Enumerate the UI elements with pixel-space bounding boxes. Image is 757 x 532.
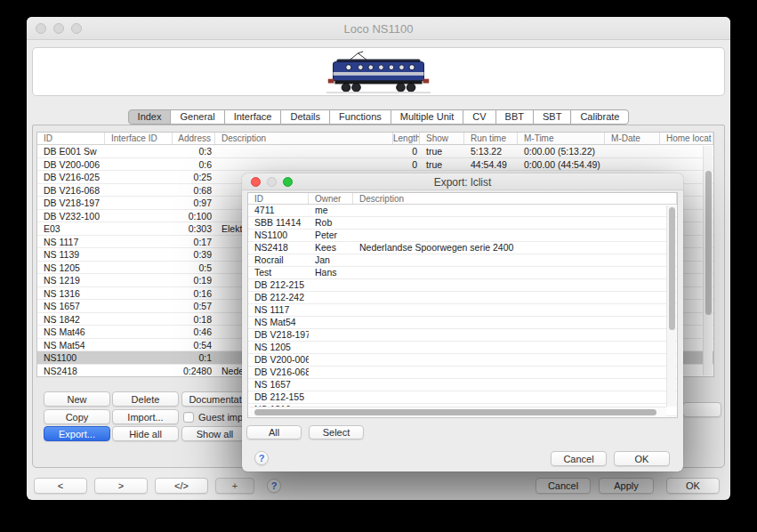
column-header[interactable]: Run time [464,133,518,144]
column-header[interactable]: Description [215,133,393,144]
show-all-button[interactable]: Show all [181,426,248,441]
table-row[interactable]: NS2418KeesNederlandse Spoorwegen serie 2… [248,242,677,254]
help-button[interactable]: ? [267,479,281,493]
table-cell [353,354,677,366]
table-cell: DB V216-025 [37,171,105,183]
table-row[interactable]: TestHans [248,267,677,279]
xml-view-button[interactable]: </> [155,478,208,494]
table-cell [309,279,353,291]
column-header[interactable]: Description [353,193,677,204]
select-all-button[interactable]: All [246,425,302,439]
tab-cv[interactable]: CV [463,109,495,125]
select-button[interactable]: Select [309,425,364,439]
dialog-hscrollbar[interactable] [249,407,666,416]
table-cell [105,248,173,261]
vscroll-thumb[interactable] [705,171,712,315]
column-header[interactable]: M-Time [518,133,605,144]
table-cell [105,287,173,300]
table-cell: NS Mat46 [37,326,105,338]
tab-sbt[interactable]: SBT [533,109,571,125]
table-row[interactable]: NS 1205 [248,342,677,354]
table-row[interactable]: DB V218-197 [248,329,677,342]
dialog-titlebar[interactable]: Export: lclist [242,173,683,190]
table-cell: 0:100 [173,210,215,222]
column-header[interactable]: M-Date [605,133,660,144]
table-cell [215,145,393,157]
column-header[interactable]: Show [420,133,464,144]
next-loco-button[interactable]: > [94,478,148,494]
table-cell: Peter [309,230,353,241]
main-titlebar[interactable]: Loco NS1100 [27,17,730,40]
tab-index[interactable]: Index [128,109,172,125]
table-row[interactable]: DB 212-215 [248,279,677,292]
table-cell: NS 1657 [248,379,309,391]
tab-interface[interactable]: Interface [224,109,282,125]
main-cancel-button[interactable]: Cancel [536,478,591,494]
import-button[interactable]: Import... [112,409,179,424]
table-cell [309,292,353,303]
table-cell [105,351,173,364]
table-cell [105,274,173,286]
table-row[interactable]: DB V200-0060:60true44:54.490:00.00 (44:5… [37,158,713,172]
dialog-vscroll-thumb[interactable] [669,207,675,330]
table-cell: 0:3 [173,145,215,157]
column-header[interactable]: Home locat [660,133,713,144]
column-header[interactable]: ID [248,193,309,204]
table-cell: NS 1205 [248,342,309,353]
table-row[interactable]: DB 212-155 [248,391,677,404]
column-header[interactable]: ID [37,133,105,144]
table-row[interactable]: NS 1117 [248,304,677,317]
delete-button[interactable]: Delete [112,391,179,407]
tab-general[interactable]: General [170,109,224,125]
table-row[interactable]: DB V216-068 [248,367,677,379]
dialog-ok-button[interactable]: OK [614,451,670,466]
tab-multiple-unit[interactable]: Multiple Unit [391,109,464,125]
table-cell [105,300,173,312]
column-header[interactable]: Length [393,133,420,144]
dialog-vscrollbar[interactable] [666,206,676,407]
table-row[interactable]: DB 212-242 [248,292,677,304]
dialog-hscroll-thumb[interactable] [254,409,656,415]
table-row[interactable]: DB V200-006 [248,354,677,367]
table-row[interactable]: RocrailJan [248,254,677,267]
table-row[interactable]: 4711me [248,205,677,217]
table-cell [353,329,677,341]
table-cell [353,367,677,378]
table-row[interactable]: SBB 11414Rob [248,217,677,230]
table-row[interactable]: NS1100Peter [248,230,677,242]
tab-details[interactable]: Details [280,109,330,125]
desktop-background: Loco NS1100 [0,0,757,532]
dialog-help-button[interactable]: ? [254,451,269,465]
add-button[interactable]: + [215,478,254,494]
new-button[interactable]: New [44,391,110,407]
obscured-button[interactable] [682,402,721,417]
main-apply-button[interactable]: Apply [599,478,654,494]
hide-all-button[interactable]: Hide all [112,426,179,441]
table-cell: 0:39 [173,248,215,261]
column-header[interactable]: Owner [309,193,353,204]
tab-calibrate[interactable]: Calibrate [570,109,629,125]
table-row[interactable]: NS 1657 [248,379,677,391]
table-cell: 0:00.00 (44:54.49) [518,158,605,171]
loco-table-vscrollbar[interactable] [703,146,713,375]
table-cell: NS1100 [248,230,309,241]
column-header[interactable]: Address [173,133,215,144]
tab-functions[interactable]: Functions [329,109,391,125]
main-ok-button[interactable]: OK [666,478,720,494]
copy-button[interactable]: Copy [44,409,110,424]
table-cell: 0 [393,145,420,157]
tab-bbt[interactable]: BBT [495,109,534,125]
export-list-table: IDOwnerDescription 4711meSBB 11414RobNS1… [247,192,678,418]
dialog-cancel-button[interactable]: Cancel [551,451,607,466]
table-cell [353,279,677,291]
prev-loco-button[interactable]: < [34,478,87,494]
column-header[interactable]: Interface ID [105,133,173,144]
table-cell: NS 1117 [248,304,309,316]
table-row[interactable]: DB E001 Sw0:30true5:13.220:00.00 (5:13.2… [37,145,713,158]
table-cell [105,158,173,171]
guest-import-checkbox[interactable] [183,412,194,423]
export-button[interactable]: Export... [44,426,110,441]
table-row[interactable]: NS Mat54 [248,317,677,329]
table-cell [105,210,173,222]
table-cell: 0:2480 [173,365,215,377]
